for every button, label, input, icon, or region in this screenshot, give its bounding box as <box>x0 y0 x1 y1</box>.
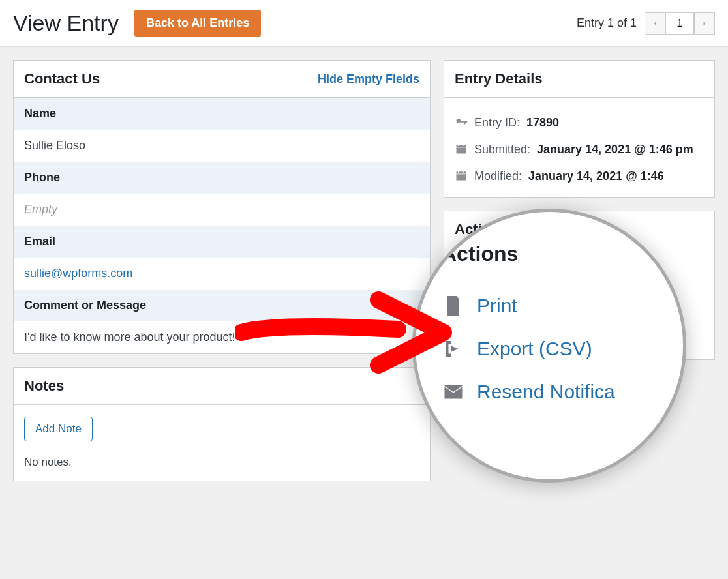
chevron-left-icon <box>651 20 659 27</box>
zoom-print-label: Print <box>477 295 517 317</box>
notes-panel-body: Add Note No notes. <box>14 405 430 481</box>
notes-panel-header: Notes <box>14 368 430 405</box>
entry-details-header: Entry Details <box>444 61 714 98</box>
document-icon <box>442 294 465 318</box>
entry-id-value: 17890 <box>526 113 559 132</box>
modified-label: Modified: <box>474 167 522 186</box>
zoom-resend-label: Resend Notifica <box>477 381 615 403</box>
name-value: Sullie Eloso <box>14 130 430 162</box>
zoom-resend-action[interactable]: Resend Notifica <box>442 380 667 404</box>
calendar-icon <box>455 142 468 155</box>
entry-details-body: Entry ID: 17890 Submitted: January 14, 2… <box>444 98 714 197</box>
back-to-entries-button[interactable]: Back to All Entries <box>134 10 261 37</box>
hide-empty-fields-link[interactable]: Hide Empty Fields <box>318 72 419 86</box>
entry-details-title: Entry Details <box>455 70 543 87</box>
contact-panel-title: Contact Us <box>24 70 100 87</box>
pager-next-button[interactable] <box>694 12 715 35</box>
add-note-button[interactable]: Add Note <box>24 417 93 441</box>
svg-rect-3 <box>457 147 466 147</box>
entry-id-line: Entry ID: 17890 <box>455 113 704 132</box>
page-header: View Entry Back to All Entries Entry 1 o… <box>0 0 728 47</box>
submitted-value: January 14, 2021 @ 1:46 pm <box>537 140 693 159</box>
header-right: Entry 1 of 1 <box>577 12 715 35</box>
envelope-icon <box>442 380 465 404</box>
zoom-title: Actions <box>442 242 667 278</box>
submitted-line: Submitted: January 14, 2021 @ 1:46 pm <box>455 140 704 159</box>
svg-rect-4 <box>457 171 466 180</box>
svg-rect-7 <box>457 173 466 174</box>
comment-value: I'd like to know more about your product… <box>14 321 430 353</box>
export-icon <box>442 337 465 361</box>
zoom-callout: Actions Print Export (CSV) Resend Notifi… <box>412 209 686 482</box>
no-notes-text: No notes. <box>24 456 419 469</box>
submitted-label: Submitted: <box>474 140 530 159</box>
key-icon <box>455 115 468 128</box>
pager-page-input[interactable] <box>665 12 694 35</box>
zoom-print-action[interactable]: Print <box>442 294 667 318</box>
calendar-icon <box>455 169 468 182</box>
phone-label: Phone <box>14 162 430 194</box>
email-link[interactable]: sullie@wpforms.com <box>24 267 132 280</box>
contact-panel: Contact Us Hide Empty Fields Name Sullie… <box>13 60 431 354</box>
chevron-right-icon <box>701 20 708 27</box>
modified-value: January 14, 2021 @ 1:46 <box>528 167 664 186</box>
notes-panel-title: Notes <box>24 378 64 394</box>
svg-rect-1 <box>458 143 459 145</box>
pager-prev-button[interactable] <box>645 12 665 35</box>
notes-panel: Notes Add Note No notes. <box>13 367 431 481</box>
svg-rect-6 <box>463 170 464 172</box>
svg-rect-0 <box>457 145 466 153</box>
comment-label: Comment or Message <box>14 290 430 321</box>
svg-rect-5 <box>458 170 459 172</box>
zoom-export-label: Export (CSV) <box>477 338 592 360</box>
phone-value: Empty <box>14 194 430 226</box>
contact-panel-header: Contact Us Hide Empty Fields <box>14 61 430 98</box>
svg-rect-2 <box>463 143 464 145</box>
entry-pager-text: Entry 1 of 1 <box>577 16 637 30</box>
zoom-export-action[interactable]: Export (CSV) <box>442 337 667 361</box>
pager <box>645 12 715 35</box>
modified-line: Modified: January 14, 2021 @ 1:46 <box>455 167 704 186</box>
entry-details-panel: Entry Details Entry ID: 17890 Submitted:… <box>444 60 715 198</box>
left-column: Contact Us Hide Empty Fields Name Sullie… <box>13 60 431 481</box>
zoom-actions: Print Export (CSV) Resend Notifica <box>442 294 667 404</box>
page-title: View Entry <box>13 10 119 36</box>
entry-id-label: Entry ID: <box>474 113 520 132</box>
email-value: sullie@wpforms.com <box>14 258 430 290</box>
email-label: Email <box>14 226 430 258</box>
header-left: View Entry Back to All Entries <box>13 10 261 37</box>
name-label: Name <box>14 98 430 130</box>
